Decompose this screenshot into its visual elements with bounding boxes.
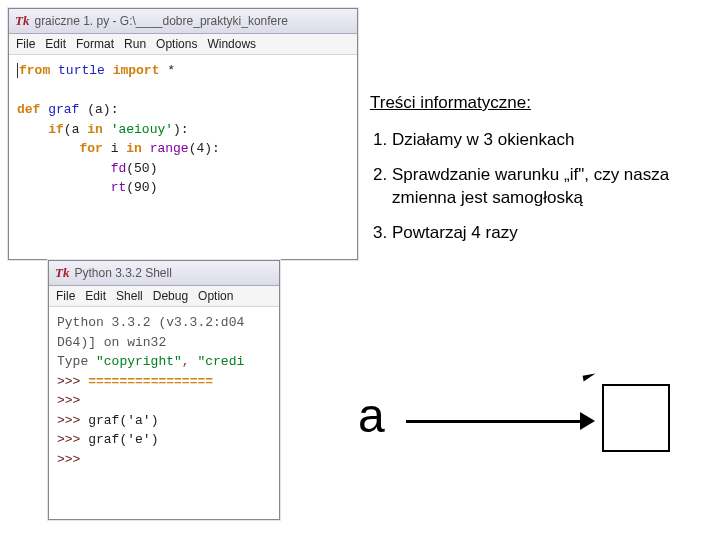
editor-titlebar[interactable]: Tk graiczne 1. py - G:\____dobre_praktyk… — [9, 9, 357, 34]
kw-if: if — [48, 122, 64, 137]
shell-str: "copyright" — [96, 354, 182, 369]
menu-format[interactable]: Format — [76, 37, 114, 51]
shell-line: D64)] on win32 — [57, 335, 166, 350]
shell-menubar: File Edit Shell Debug Option — [49, 286, 279, 307]
diagram: a — [358, 370, 678, 480]
menu-windows[interactable]: Windows — [207, 37, 256, 51]
kw-in2: in — [126, 141, 142, 156]
menu-file[interactable]: File — [16, 37, 35, 51]
editor-code[interactable]: from turtle import * def graf (a): if(a … — [9, 55, 357, 204]
square-shape — [602, 384, 670, 452]
fn-fd: fd — [111, 161, 127, 176]
tk-icon: Tk — [15, 13, 29, 29]
shell-str: "credi — [197, 354, 244, 369]
prompt: >>> — [57, 393, 88, 408]
shell-titlebar[interactable]: Tk Python 3.3.2 Shell — [49, 261, 279, 286]
menu-options[interactable]: Options — [156, 37, 197, 51]
menu-shell[interactable]: Shell — [116, 289, 143, 303]
fd-args: (50) — [126, 161, 157, 176]
prompt: >>> — [57, 452, 88, 467]
kw-in: in — [87, 122, 103, 137]
range-args: (4): — [189, 141, 220, 156]
prompt: >>> — [57, 432, 88, 447]
notes-panel: Treści informatyczne: Działamy w 3 okien… — [370, 92, 715, 257]
menu-edit[interactable]: Edit — [85, 289, 106, 303]
shell-title: Python 3.3.2 Shell — [74, 266, 171, 280]
fn-range: range — [142, 141, 189, 156]
indent — [17, 180, 111, 195]
kw-from: from — [19, 63, 50, 78]
kw-import: import — [113, 63, 160, 78]
colon: ): — [173, 122, 189, 137]
editor-menubar: File Edit Format Run Options Windows — [9, 34, 357, 55]
fn-graf: graf — [48, 102, 79, 117]
shell-line: Python 3.3.2 (v3.3.2:d04 — [57, 315, 244, 330]
indent — [17, 141, 79, 156]
params: (a): — [87, 102, 118, 117]
menu-file[interactable]: File — [56, 289, 75, 303]
list-item: Sprawdzanie warunku „if", czy nasza zmie… — [392, 164, 715, 210]
menu-options[interactable]: Option — [198, 289, 233, 303]
shell-line: , — [182, 354, 198, 369]
diagram-letter-a: a — [358, 388, 385, 443]
menu-debug[interactable]: Debug — [153, 289, 188, 303]
shell-window: Tk Python 3.3.2 Shell File Edit Shell De… — [48, 260, 280, 520]
editor-title: graiczne 1. py - G:\____dobre_praktyki_k… — [34, 14, 287, 28]
prompt: >>> — [57, 413, 88, 428]
ident-i: i — [103, 141, 126, 156]
editor-window: Tk graiczne 1. py - G:\____dobre_praktyk… — [8, 8, 358, 260]
arrow-head-icon — [580, 412, 595, 430]
shell-call: graf('e') — [88, 432, 158, 447]
ident-turtle: turtle — [58, 63, 105, 78]
blank-line — [17, 83, 25, 98]
indent — [17, 161, 111, 176]
menu-edit[interactable]: Edit — [45, 37, 66, 51]
restart-sep: ================ — [88, 374, 213, 389]
shell-line: Type — [57, 354, 96, 369]
arrow-line — [406, 420, 586, 423]
tk-icon: Tk — [55, 265, 69, 281]
list-item: Działamy w 3 okienkach — [392, 129, 715, 152]
star: * — [167, 63, 175, 78]
shell-call: graf('a') — [88, 413, 158, 428]
fn-rt: rt — [111, 180, 127, 195]
kw-def: def — [17, 102, 40, 117]
arrow-entry-icon — [583, 372, 603, 381]
kw-for: for — [79, 141, 102, 156]
string-aeiouy: 'aeiouy' — [103, 122, 173, 137]
paren: (a — [64, 122, 87, 137]
shell-output[interactable]: Python 3.3.2 (v3.3.2:d04 D64)] on win32 … — [49, 307, 279, 475]
indent — [17, 122, 48, 137]
prompt: >>> — [57, 374, 88, 389]
list-item: Powtarzaj 4 razy — [392, 222, 715, 245]
notes-list: Działamy w 3 okienkach Sprawdzanie warun… — [370, 129, 715, 245]
menu-run[interactable]: Run — [124, 37, 146, 51]
notes-title: Treści informatyczne: — [370, 92, 715, 115]
rt-args: (90) — [126, 180, 157, 195]
